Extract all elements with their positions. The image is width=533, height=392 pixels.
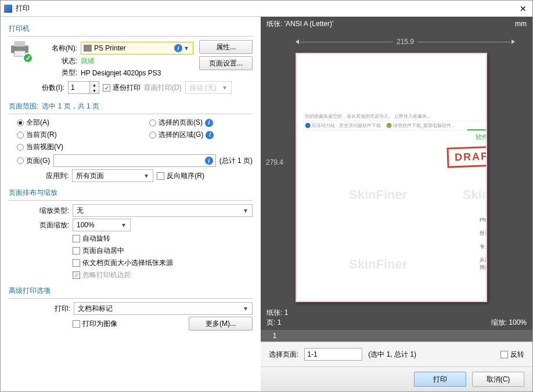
scale-type-dropdown[interactable]: 无▾ — [73, 204, 253, 217]
preview-status-bar: 纸张: 1 页: 1 缩放: 100% — [261, 306, 532, 330]
type-label: 类型: — [37, 68, 77, 78]
ignore-margins-checkbox — [73, 271, 80, 279]
app-icon — [4, 5, 12, 13]
select-pages-input[interactable] — [304, 348, 362, 361]
watermark: SkinFiner — [463, 187, 487, 202]
auto-rotate-checkbox[interactable] — [73, 235, 80, 242]
info-icon[interactable]: i — [205, 157, 213, 165]
info-icon[interactable]: i — [174, 44, 182, 52]
window-title: 打印 — [16, 3, 517, 13]
apply-to-dropdown[interactable]: 所有页面▾ — [72, 169, 153, 182]
page-preview[interactable]: 您的收藏夹是空的，请从其他浏览器导入。 立即导入收藏夹... 🔵 玩乐动力站 ·… — [296, 53, 487, 302]
radio-all[interactable]: 全部(A) — [17, 118, 49, 128]
apply-to-label: 应用到: — [46, 171, 69, 181]
reverse-checkbox[interactable] — [157, 172, 164, 180]
ruler-vertical: 279.4 — [261, 54, 289, 271]
print-what-label: 打印: — [49, 304, 70, 314]
printer-icon: ✓ — [9, 40, 31, 62]
properties-button[interactable]: 属性... — [199, 40, 253, 54]
auto-center-checkbox[interactable] — [73, 247, 80, 255]
chevron-down-icon: ▾ — [242, 304, 250, 313]
scale-type-label: 缩放类型: — [32, 206, 69, 216]
copies-input[interactable] — [69, 82, 89, 93]
copies-label: 份数(I): — [37, 83, 64, 93]
chevron-down-icon: ▾ — [142, 172, 150, 180]
page-scale-label: 页面缩放: — [32, 220, 69, 230]
svg-rect-1 — [15, 41, 26, 46]
as-image-checkbox[interactable] — [73, 320, 80, 328]
spinner-down[interactable]: ▼ — [90, 88, 99, 93]
select-pages-info: (选中 1, 总计 1) — [368, 350, 416, 360]
cancel-button[interactable]: 取消(C) — [472, 372, 524, 387]
radio-pages[interactable]: 页面(G) — [17, 156, 50, 166]
collate-label: 逐份打印 — [113, 83, 141, 93]
watermark: SkinFiner — [349, 257, 407, 272]
pages-total: (总计 1 页) — [219, 156, 253, 166]
page-scale-dropdown[interactable]: 100%▾ — [73, 219, 131, 231]
advanced-section-header: 高级打印选项 — [9, 285, 253, 299]
more-button[interactable]: 更多(M)... — [189, 317, 253, 331]
page-setup-button[interactable]: 页面设置... — [199, 56, 253, 70]
chevron-down-icon: ▾ — [221, 84, 229, 92]
titlebar: 打印 ✕ — [1, 1, 532, 17]
duplex-dropdown: 自动 (无) ▾ — [185, 81, 232, 94]
radio-current-page[interactable]: 当前页(R) — [17, 130, 57, 140]
watermark: SkinFiner — [349, 187, 407, 202]
reverse-preview-checkbox[interactable] — [500, 351, 508, 358]
radio-selected-pages[interactable]: 选择的页面(S) — [149, 118, 203, 128]
print-button[interactable]: 打印 — [414, 372, 466, 387]
page-tab[interactable]: 1 — [268, 330, 282, 342]
pages-input[interactable]: i — [53, 154, 215, 167]
print-dialog: 打印 ✕ 打印机 ✓ 名称(N): — [0, 0, 533, 392]
name-label: 名称(N): — [37, 43, 77, 53]
preview-tab: 软件介绍 — [467, 129, 487, 144]
printer-small-icon — [84, 45, 92, 52]
spinner-up[interactable]: ▲ — [90, 82, 99, 88]
paper-header: 纸张: 'ANSI A (Letter)' mm — [261, 17, 532, 31]
status-value: 就绪 — [81, 56, 95, 66]
choose-source-checkbox[interactable] — [73, 259, 80, 267]
check-icon: ✓ — [23, 53, 33, 63]
chevron-down-icon: ▾ — [182, 44, 190, 52]
range-section-header: 页面范围: 选中 1 页，共 1 页 — [9, 100, 253, 114]
info-icon[interactable]: i — [205, 119, 213, 127]
layout-section-header: 页面排布与缩放 — [9, 187, 253, 201]
chevron-down-icon: ▾ — [242, 206, 250, 215]
chevron-down-icon: ▾ — [120, 221, 128, 229]
select-pages-label: 选择页面: — [269, 350, 298, 360]
print-what-dropdown[interactable]: 文档和标记▾ — [74, 302, 253, 315]
radio-selected-graphics[interactable]: 选择的区域(G) — [149, 130, 203, 140]
copies-spinner[interactable]: ▲▼ — [68, 81, 99, 94]
draft-stamp: DRAFT — [446, 146, 487, 168]
close-icon[interactable]: ✕ — [517, 3, 529, 14]
radio-current-view[interactable]: 当前视图(V) — [17, 142, 63, 152]
ruler-horizontal: 215.9 — [296, 38, 515, 46]
printer-name-dropdown[interactable]: PS Printer i ▾ — [81, 42, 193, 55]
preview-area: 215.9 279.4 您的收藏夹是空的，请从其他浏览器导入。 立即导入收藏夹.… — [261, 31, 532, 306]
type-value: HP Designjet 4020ps PS3 — [81, 69, 161, 77]
info-icon[interactable]: i — [206, 131, 214, 139]
printer-section-header: 打印机 — [9, 23, 253, 37]
duplex-label: 双面打印(D) — [144, 83, 182, 93]
collate-checkbox[interactable] — [103, 84, 110, 92]
status-label: 状态: — [37, 56, 77, 66]
